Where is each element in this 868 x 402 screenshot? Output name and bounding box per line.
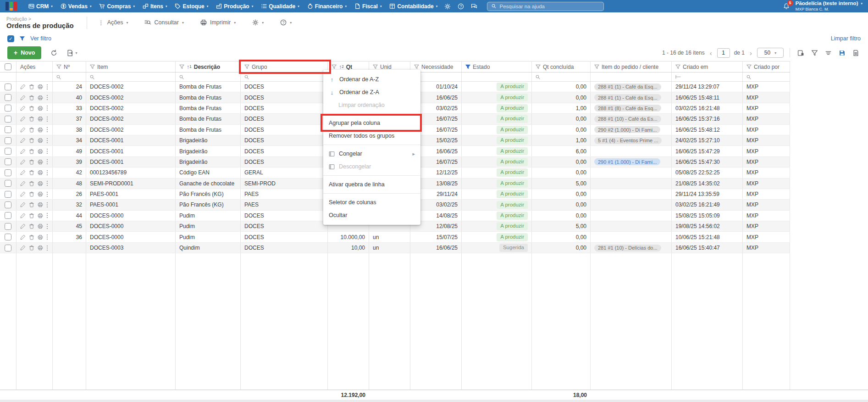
cell-descricao[interactable]: Bomba de Frutas (176, 82, 241, 92)
menu-item-ocultar[interactable]: Ocultar (323, 209, 420, 222)
cell-grupo[interactable]: GERAL (241, 168, 328, 178)
cell-unid[interactable]: un (369, 243, 410, 253)
print-icon[interactable] (38, 181, 43, 186)
notifications-bell-icon[interactable]: 5 (783, 3, 790, 10)
cell-estado[interactable]: A produzir (462, 168, 532, 178)
cell-unid[interactable]: un (369, 232, 410, 242)
order-item-chip[interactable]: 290 #2 (1.000) - Di Fami... (594, 126, 660, 133)
more-icon[interactable] (46, 127, 48, 133)
cell-descricao[interactable]: Bomba de Frutas (176, 125, 241, 135)
print-icon[interactable] (38, 95, 43, 100)
edit-icon[interactable] (20, 170, 26, 175)
cell-criado-por[interactable]: MXP (743, 168, 790, 178)
menu-item-seletor-de-colunas[interactable]: Seletor de colunas (323, 196, 420, 209)
column-header-descricao[interactable]: ↑1Descrição (176, 61, 241, 72)
cell-grupo[interactable]: DOCES (241, 92, 328, 102)
more-icon[interactable] (46, 223, 48, 229)
cell-numero[interactable]: 40 (53, 92, 86, 102)
cell-numero[interactable]: 49 (53, 146, 86, 156)
cell-criado-por[interactable]: MXP (743, 103, 790, 113)
cell-criado-em[interactable]: 24/02/25 15:27:10 (672, 135, 743, 145)
more-icon[interactable] (46, 212, 48, 218)
delete-icon[interactable] (29, 138, 34, 143)
cell-numero[interactable]: 32 (53, 200, 86, 210)
limpar-filtro-link[interactable]: Limpar filtro (831, 35, 861, 42)
order-item-chip[interactable]: 288 #1 (10) - Café da Es... (594, 116, 661, 123)
cell-numero[interactable]: 45 (53, 221, 86, 231)
nav-fiscal[interactable]: Fiscal▾ (354, 3, 382, 10)
cell-estado[interactable]: A produzir (462, 103, 532, 113)
column-header-item[interactable]: Item (86, 61, 176, 72)
export-button[interactable]: ▾ (66, 50, 77, 56)
delete-icon[interactable] (29, 202, 34, 207)
horizontal-scrollbar-track[interactable] (0, 400, 868, 402)
more-icon[interactable] (46, 84, 48, 90)
cell-estado[interactable]: A produzir (462, 221, 532, 231)
cell-item-pedido[interactable] (591, 211, 672, 221)
edit-icon[interactable] (20, 159, 26, 165)
cell-item-pedido[interactable]: 290 #2 (1.000) - Di Fami... (591, 125, 672, 135)
menu-item-ativar-quebra-de-linha[interactable]: Ativar quebra de linha (323, 178, 420, 191)
cell-grupo[interactable]: SEMI-PROD (241, 179, 328, 189)
cell-numero[interactable]: 38 (53, 125, 86, 135)
more-icon[interactable] (46, 105, 48, 111)
print-icon[interactable] (38, 149, 43, 154)
edit-icon[interactable] (20, 191, 26, 197)
cell-item-pedido[interactable]: 281 #1 (10) - Delícias do... (591, 243, 672, 253)
acoes-button[interactable]: ⋮ Ações ▾ (98, 19, 128, 26)
quick-filter-qt_concluida[interactable] (532, 73, 591, 81)
cell-descricao[interactable]: Pudim (176, 221, 241, 231)
print-icon[interactable] (38, 245, 43, 251)
row-checkbox[interactable] (0, 135, 17, 145)
cell-grupo[interactable]: DOCES (241, 125, 328, 135)
cell-qt-concluida[interactable]: 5,00 (532, 221, 591, 231)
cell-criado-em[interactable]: 16/06/25 15:47:29 (672, 146, 743, 156)
edit-icon[interactable] (20, 84, 26, 89)
cell-criado-por[interactable]: MXP (743, 189, 790, 199)
delete-icon[interactable] (29, 223, 34, 229)
cell-estado[interactable]: A produzir (462, 125, 532, 135)
cell-estado[interactable]: A produzir (462, 200, 532, 210)
cell-grupo[interactable]: DOCES (241, 114, 328, 124)
cell-qt-concluida[interactable]: 0,00 (532, 232, 591, 242)
delete-icon[interactable] (29, 245, 34, 251)
column-header-criado_por[interactable]: Criado por (743, 61, 790, 72)
cell-grupo[interactable]: DOCES (241, 146, 328, 156)
cell-descricao[interactable]: Código EAN (176, 168, 241, 178)
cell-qt-concluida[interactable]: 0,00 (532, 168, 591, 178)
cell-criado-em[interactable]: 03/02/25 16:21:48 (672, 103, 743, 113)
menu-item-remover-todos-os-grupos[interactable]: Remover todos os grupos (323, 129, 420, 142)
cell-item[interactable]: DOCES-0000 (86, 232, 176, 242)
chat-icon[interactable] (471, 3, 477, 10)
help-search-input[interactable] (500, 4, 600, 9)
delete-icon[interactable] (29, 234, 34, 240)
cell-descricao[interactable]: Pão Francês (KG) (176, 189, 241, 199)
cell-qt[interactable]: 10.000,00 (328, 232, 369, 242)
edit-icon[interactable] (20, 223, 26, 229)
quick-filter-criado_por[interactable] (743, 73, 790, 81)
next-page-icon[interactable]: › (749, 50, 753, 56)
cell-numero[interactable]: 24 (53, 82, 86, 92)
nav-compras[interactable]: Compras▾ (99, 3, 135, 10)
report-file-icon[interactable] (852, 50, 859, 56)
edit-icon[interactable] (20, 202, 26, 207)
cell-estado[interactable]: A produzir (462, 211, 532, 221)
cell-item[interactable]: PAES-0001 (86, 200, 176, 210)
cell-item-pedido[interactable] (591, 146, 672, 156)
cell-grupo[interactable]: DOCES (241, 232, 328, 242)
order-item-chip[interactable]: 288 #1 (1) - Café da Esq... (594, 84, 661, 90)
cell-item[interactable]: DOCES-0002 (86, 114, 176, 124)
column-header-item_pedido[interactable]: Item do pedido / cliente (591, 61, 672, 72)
more-icon[interactable] (46, 191, 48, 197)
cell-descricao[interactable]: Brigadeirão (176, 135, 241, 145)
filter-checkbox[interactable]: ✓ (7, 35, 14, 42)
refresh-button[interactable] (50, 50, 57, 56)
nav-contabilidade[interactable]: Contabilidade▾ (389, 3, 437, 10)
cell-grupo[interactable]: DOCES (241, 103, 328, 113)
cell-estado[interactable]: A produzir (462, 232, 532, 242)
cell-qt-concluida[interactable]: 6,00 (532, 146, 591, 156)
save-view-icon[interactable] (839, 50, 846, 56)
quick-filter-numero[interactable] (53, 73, 86, 81)
cell-descricao[interactable]: Quindim (176, 243, 241, 253)
delete-icon[interactable] (29, 127, 34, 133)
